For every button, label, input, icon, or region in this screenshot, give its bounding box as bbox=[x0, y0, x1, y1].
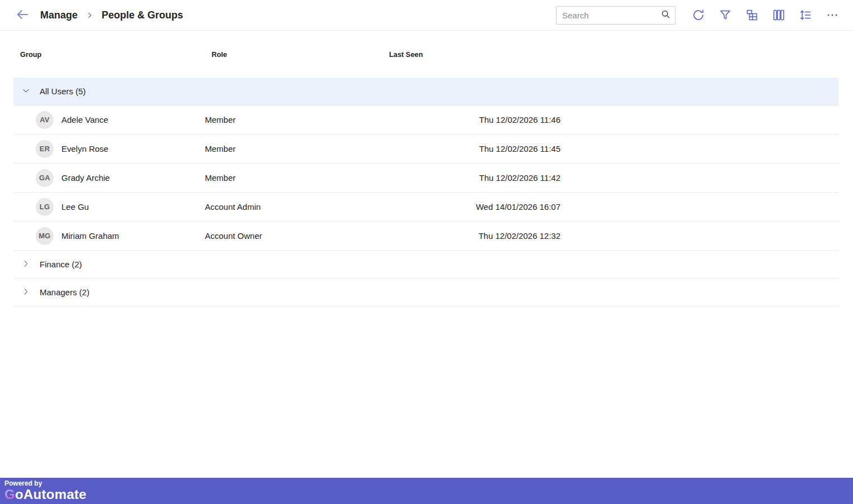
user-last-seen: Thu 12/02/2026 11:42 bbox=[389, 173, 560, 183]
people-groups-table: Group Role Last Seen All Users (5) AV Ad… bbox=[13, 31, 838, 306]
user-name: Lee Gu bbox=[61, 202, 89, 212]
columns-button[interactable] bbox=[771, 8, 786, 22]
column-header-last-seen[interactable]: Last Seen bbox=[389, 50, 560, 59]
user-name: Miriam Graham bbox=[61, 231, 119, 241]
user-row[interactable]: GA Grady Archie Member Thu 12/02/2026 11… bbox=[13, 164, 838, 193]
brand-rest: oAutomate bbox=[15, 487, 87, 502]
column-header-role[interactable]: Role bbox=[205, 50, 389, 59]
user-last-seen: Wed 14/01/2026 16:07 bbox=[389, 202, 560, 212]
avatar: AV bbox=[36, 111, 54, 129]
user-role: Account Owner bbox=[205, 231, 389, 241]
breadcrumb: Manage People & Groups bbox=[40, 9, 183, 21]
chevron-right-icon bbox=[21, 287, 31, 298]
user-role: Member bbox=[205, 173, 389, 183]
group-row[interactable]: Finance (2) bbox=[13, 251, 838, 279]
breadcrumb-manage[interactable]: Manage bbox=[40, 9, 78, 21]
group-label: All Users (5) bbox=[40, 87, 86, 96]
user-role: Account Admin bbox=[205, 202, 389, 212]
back-arrow-icon bbox=[15, 7, 30, 23]
group-row[interactable]: Managers (2) bbox=[13, 279, 838, 306]
refresh-icon bbox=[692, 8, 705, 22]
user-row[interactable]: ER Evelyn Rose Member Thu 12/02/2026 11:… bbox=[13, 135, 838, 164]
avatar: GA bbox=[36, 169, 54, 187]
search-input[interactable] bbox=[557, 11, 656, 20]
more-button[interactable] bbox=[825, 8, 840, 22]
back-button[interactable] bbox=[13, 6, 31, 24]
powered-by-label: Powered by bbox=[4, 479, 853, 487]
group-expand-button[interactable] bbox=[20, 287, 31, 298]
group-expand-button[interactable] bbox=[20, 259, 31, 270]
group-expand-button[interactable] bbox=[20, 86, 31, 97]
top-header: Manage People & Groups bbox=[0, 0, 853, 31]
user-row[interactable]: MG Miriam Graham Account Owner Thu 12/02… bbox=[13, 222, 838, 251]
group-by-icon bbox=[745, 8, 759, 22]
user-last-seen: Thu 12/02/2026 11:45 bbox=[389, 144, 560, 153]
search-box bbox=[556, 6, 675, 25]
brand-initial: G bbox=[4, 487, 15, 502]
user-row[interactable]: AV Adele Vance Member Thu 12/02/2026 11:… bbox=[13, 105, 838, 135]
refresh-button[interactable] bbox=[691, 8, 706, 22]
group-label: Finance (2) bbox=[40, 260, 82, 269]
table-header-row: Group Role Last Seen bbox=[13, 31, 838, 78]
table-body: All Users (5) AV Adele Vance Member Thu … bbox=[13, 78, 838, 306]
user-name: Adele Vance bbox=[61, 115, 108, 124]
avatar: LG bbox=[36, 198, 54, 216]
goautomate-logo[interactable]: GoAutomate bbox=[4, 487, 87, 502]
footer-brand-bar: Powered by GoAutomate bbox=[0, 478, 853, 504]
chevron-down-icon bbox=[21, 86, 31, 97]
toolbar bbox=[691, 8, 840, 22]
search-icon bbox=[660, 9, 671, 21]
user-role: Member bbox=[205, 144, 389, 153]
more-icon bbox=[826, 8, 839, 22]
column-header-group[interactable]: Group bbox=[13, 50, 205, 59]
filter-icon bbox=[718, 8, 732, 22]
avatar: ER bbox=[36, 140, 54, 158]
user-name: Grady Archie bbox=[61, 173, 110, 183]
row-height-button[interactable] bbox=[798, 8, 813, 22]
search-button[interactable] bbox=[656, 7, 675, 24]
user-last-seen: Thu 12/02/2026 11:46 bbox=[389, 115, 560, 124]
filter-button[interactable] bbox=[718, 8, 732, 22]
breadcrumb-people-groups[interactable]: People & Groups bbox=[102, 9, 183, 21]
group-label: Managers (2) bbox=[40, 287, 89, 297]
breadcrumb-chevron-icon bbox=[85, 11, 94, 20]
row-height-icon bbox=[799, 8, 812, 22]
group-by-button[interactable] bbox=[745, 8, 759, 22]
avatar: MG bbox=[36, 227, 54, 245]
columns-icon bbox=[772, 8, 785, 22]
user-name: Evelyn Rose bbox=[61, 144, 108, 153]
user-role: Member bbox=[205, 115, 389, 124]
group-row[interactable]: All Users (5) bbox=[13, 78, 838, 105]
user-last-seen: Thu 12/02/2026 12:32 bbox=[389, 231, 560, 241]
chevron-right-icon bbox=[21, 259, 31, 270]
user-row[interactable]: LG Lee Gu Account Admin Wed 14/01/2026 1… bbox=[13, 193, 838, 222]
